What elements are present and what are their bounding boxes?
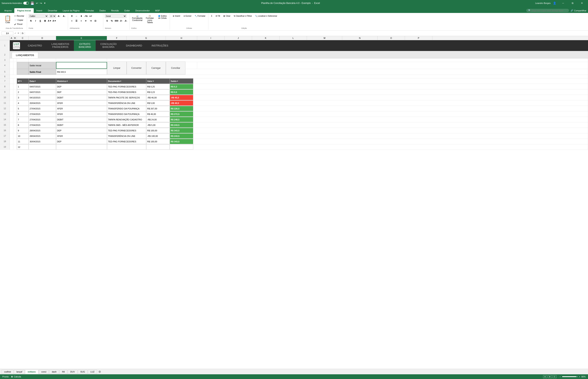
cell-doc-10[interactable]: TARIFA PACOTE DE SERVIÇOS xyxy=(107,95,146,100)
cell-saldo-10[interactable]: -R$ 45,5 xyxy=(170,95,193,100)
align-right-button[interactable]: ≡ xyxy=(79,19,83,23)
bold-button[interactable]: N xyxy=(29,19,33,23)
cell-num-18[interactable]: 11 xyxy=(17,139,29,144)
underline-button[interactable]: S xyxy=(38,19,42,23)
col-header-j[interactable]: J xyxy=(225,36,252,40)
cell-a3[interactable] xyxy=(10,58,13,62)
sheet-tab-luz[interactable]: LUZ xyxy=(88,370,97,374)
cell-num-12[interactable]: 5 xyxy=(17,106,29,111)
cell-a9[interactable] xyxy=(10,89,13,95)
cell-saldo-17[interactable]: R$ 243,5 xyxy=(170,133,193,139)
col-header-m[interactable]: M xyxy=(307,36,342,40)
sheet-tab-lancaf[interactable]: lançaf xyxy=(14,370,25,374)
cell-a10[interactable] xyxy=(10,95,13,100)
cell-saldo-18[interactable]: R$ 343,5 xyxy=(170,139,193,144)
increase-decimal-button[interactable]: .0↑ xyxy=(119,19,123,23)
cell-a19[interactable] xyxy=(10,144,13,150)
cell-date-8[interactable]: 04/07/2015 xyxy=(29,84,56,89)
copy-button[interactable]: 📄Copiar xyxy=(13,18,25,22)
cell-num-15[interactable]: 8 xyxy=(17,122,29,128)
cell-a14[interactable] xyxy=(10,117,13,122)
cell-b7[interactable] xyxy=(13,79,17,84)
cell-rest-11[interactable] xyxy=(193,100,588,106)
cell-rest-13[interactable] xyxy=(193,111,588,117)
tab-inserir[interactable]: Inserir xyxy=(34,8,45,13)
cell-d5[interactable]: Saldo Final xyxy=(29,69,56,75)
cell-a8[interactable] xyxy=(10,84,13,89)
align-center-button[interactable]: ☰ xyxy=(74,19,78,23)
cell-e4[interactable] xyxy=(56,62,107,69)
cell-hist-14[interactable]: DEBIT xyxy=(56,117,107,122)
cell-a13[interactable] xyxy=(10,111,13,117)
cell-rest-15[interactable] xyxy=(193,122,588,128)
cell-hist-16[interactable]: DEP xyxy=(56,128,107,133)
cell-doc-12[interactable]: TRANSFERIDO DA POUPANÇA xyxy=(107,106,146,111)
cell-b12[interactable] xyxy=(13,106,17,111)
cell-c4[interactable] xyxy=(17,62,29,69)
cell-hist-13[interactable]: XFER xyxy=(56,111,107,117)
cell-num-9[interactable]: 2 xyxy=(17,89,29,95)
cell-valor-17[interactable]: -R$ 100,00 xyxy=(146,133,170,139)
cell-b10[interactable] xyxy=(13,95,17,100)
cell-b17[interactable] xyxy=(13,133,17,139)
cell-valor-11[interactable]: R$ 5,00 xyxy=(146,100,170,106)
tab-msp[interactable]: MSP xyxy=(153,8,163,13)
font-family-select[interactable]: Calibri xyxy=(29,14,48,18)
tab-dados[interactable]: Dados xyxy=(97,8,108,13)
col-header-o[interactable]: O xyxy=(377,36,405,40)
cell-a16[interactable] xyxy=(10,128,13,133)
cell-date-10[interactable]: 04/10/2015 xyxy=(29,95,56,100)
cell-hist-12[interactable]: XFER xyxy=(56,106,107,111)
tab-desenvolvedor[interactable]: Desenvolvedor xyxy=(133,8,152,13)
cell-rest-14[interactable] xyxy=(193,117,588,122)
insert-cell-button[interactable]: ⊕ Inserir xyxy=(171,14,182,18)
wrap-text-button[interactable]: ≡↵ xyxy=(88,14,93,18)
cell-rest-9[interactable] xyxy=(193,89,588,95)
cell-a11[interactable] xyxy=(10,100,13,106)
fill-button[interactable]: ⬇ Fill xyxy=(214,14,221,18)
autosum-button[interactable]: Σ xyxy=(210,14,214,18)
cell-b15[interactable] xyxy=(13,122,17,128)
decrease-font-button[interactable]: A↓ xyxy=(62,14,66,18)
font-size-select[interactable]: 10 xyxy=(49,14,56,18)
tab-pagina-inicial[interactable]: Página Inicial xyxy=(14,8,33,13)
share-button[interactable]: 🔗 Compartilhar xyxy=(571,9,587,12)
cell-valor-13[interactable]: R$ 46,00 xyxy=(146,111,170,117)
cell-rest-12[interactable] xyxy=(193,106,588,111)
formula-check-icon[interactable]: ✓ xyxy=(15,32,16,34)
search-box[interactable]: 🔍 xyxy=(526,9,569,12)
increase-font-button[interactable]: A↑ xyxy=(57,14,61,18)
col-header-k[interactable]: K xyxy=(252,36,279,40)
font-color-button[interactable]: A▼ xyxy=(52,19,56,23)
col-header-i[interactable]: I xyxy=(197,36,225,40)
cell-saldo-19[interactable] xyxy=(170,144,193,150)
align-top-button[interactable]: ⬆ xyxy=(70,14,74,18)
delete-cell-button[interactable]: ⊖ Excluir xyxy=(182,14,193,18)
page-layout-icon[interactable]: ⊞ xyxy=(548,375,552,378)
italic-button[interactable]: I xyxy=(33,19,38,23)
undo-icon[interactable]: ↩ xyxy=(36,1,38,5)
cell-row-6[interactable] xyxy=(10,75,588,78)
carregar-button[interactable]: Carregar xyxy=(146,62,166,75)
percent-button[interactable]: % xyxy=(109,19,114,23)
col-header-l[interactable]: L xyxy=(279,36,307,40)
cell-b3[interactable] xyxy=(13,58,17,62)
cell-rest-17[interactable] xyxy=(193,133,588,139)
col-header-f[interactable]: F xyxy=(107,36,127,40)
cell-date-17[interactable]: 28/04/2015 xyxy=(29,133,56,139)
nav-item-dashboard[interactable]: DASHBOARD xyxy=(121,40,147,51)
cell-saldo-9[interactable]: R$ 0,5 xyxy=(170,89,193,95)
limpar-button[interactable]: Limpar xyxy=(107,62,127,75)
cell-rest-4[interactable] xyxy=(197,62,588,69)
cell-valor-16[interactable]: R$ 100,00 xyxy=(146,128,170,133)
cell-b11[interactable] xyxy=(13,100,17,106)
cell-date-13[interactable]: 27/04/2015 xyxy=(29,111,56,117)
cell-valor-15[interactable]: -R$ 5,00 xyxy=(146,122,170,128)
merge-center-button[interactable]: ⊡ xyxy=(93,19,97,23)
col-header-a[interactable]: A xyxy=(10,36,13,40)
cell-saldo-13[interactable]: R$ 272,5 xyxy=(170,111,193,117)
format-table-button[interactable]: 📋 Formatar como Tabela xyxy=(144,14,156,24)
sort-filter-button[interactable]: ⇅ Classificar e Filtrar xyxy=(232,14,253,18)
save-icon[interactable]: 💾 xyxy=(30,1,34,5)
cell-hist-11[interactable]: XFER xyxy=(56,100,107,106)
